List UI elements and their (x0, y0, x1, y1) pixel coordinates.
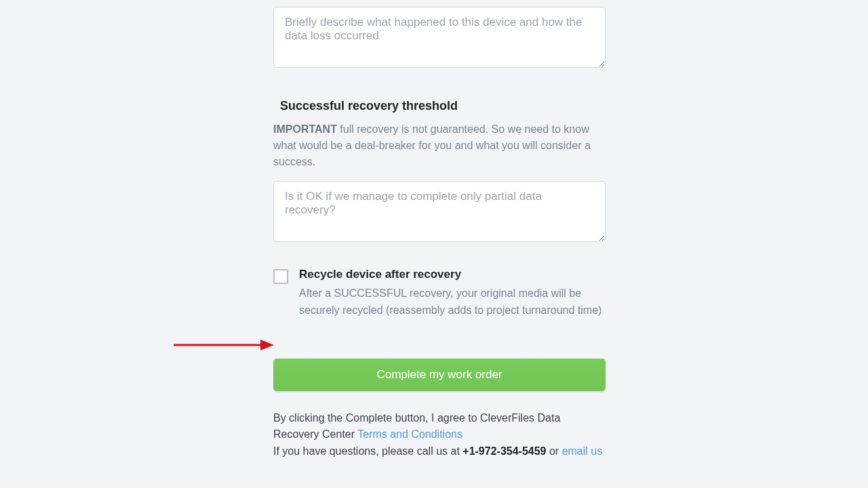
annotation-arrow-icon (174, 338, 274, 352)
recycle-checkbox[interactable] (273, 269, 288, 284)
email-link[interactable]: email us (562, 445, 603, 457)
or-text: or (547, 445, 562, 457)
contact-prefix: If you have questions, please call us at (273, 445, 462, 457)
recycle-text-block: Recycle device after recovery After a SU… (299, 268, 606, 319)
svg-marker-1 (260, 340, 274, 350)
recycle-label: Recycle device after recovery (299, 268, 606, 281)
important-label: IMPORTANT (273, 123, 337, 135)
threshold-input[interactable] (273, 181, 606, 242)
device-description-input[interactable] (273, 7, 606, 68)
work-order-form: Successful recovery threshold IMPORTANT … (273, 0, 606, 460)
complete-order-button[interactable]: Complete my work order (273, 359, 606, 391)
agreement-text: By clicking the Complete button, I agree… (273, 410, 606, 460)
terms-link[interactable]: Terms and Conditions (357, 428, 462, 440)
phone-number: +1-972-354-5459 (462, 445, 546, 457)
threshold-help-text: IMPORTANT full recovery is not guarantee… (273, 121, 606, 170)
threshold-heading: Successful recovery threshold (280, 99, 606, 113)
recycle-description: After a SUCCESSFUL recovery, your origin… (299, 285, 606, 319)
recycle-checkbox-group: Recycle device after recovery After a SU… (273, 268, 606, 319)
